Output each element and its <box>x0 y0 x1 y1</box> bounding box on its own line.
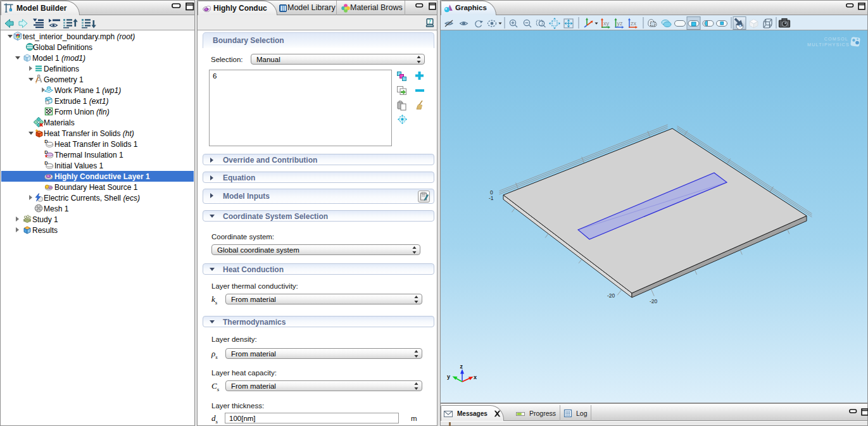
svg-text:z: z <box>460 363 463 370</box>
svg-text:COMSOL: COMSOL <box>824 36 848 42</box>
svg-text:x: x <box>474 374 477 380</box>
svg-text:zx: zx <box>631 20 637 27</box>
svg-text:-1: -1 <box>489 195 494 201</box>
svg-text:yz: yz <box>617 20 624 27</box>
svg-text:-20: -20 <box>650 298 658 304</box>
svg-text:MULTIPHYSICS: MULTIPHYSICS <box>807 42 850 47</box>
svg-text:xy: xy <box>603 20 610 27</box>
svg-text:y: y <box>447 373 450 380</box>
svg-text:-20: -20 <box>607 292 615 299</box>
